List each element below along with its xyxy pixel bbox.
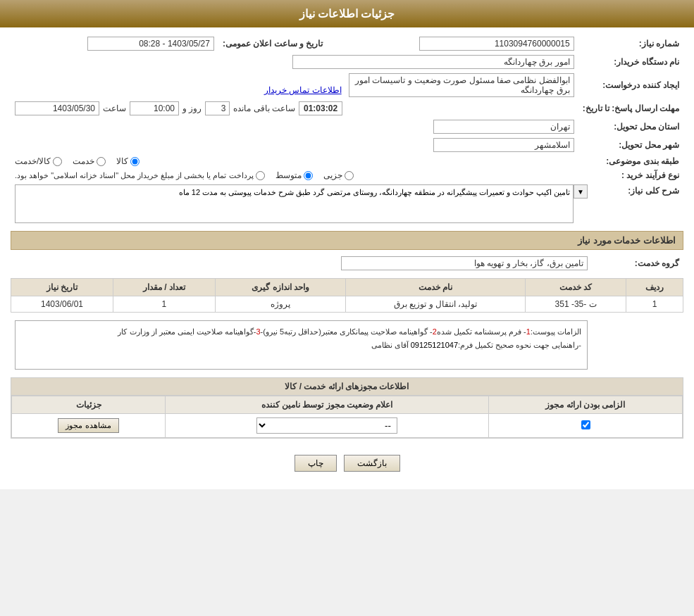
category-radio-service[interactable] — [97, 157, 106, 166]
category-label-service: خدمت — [73, 156, 94, 166]
category-label-goods-services: کالا/خدمت — [15, 156, 51, 166]
col-header-name: نام خدمت — [346, 279, 526, 296]
response-time-label: ساعت — [103, 103, 126, 113]
service-name: تولید، انتقال و توزیع برق — [346, 296, 526, 313]
purchase-type-radio-group: پرداخت تمام یا بخشی از مبلغ خریداز محل "… — [15, 170, 574, 180]
view-permit-button[interactable]: مشاهده مجوز — [58, 418, 118, 433]
permit-col-details: جزئیات — [12, 396, 166, 414]
need-number-value: 1103094760000015 — [419, 37, 574, 51]
buyer-org-value: امور برق چهاردانگه — [292, 55, 574, 69]
category-radio-goods-services[interactable] — [53, 157, 62, 166]
permit-required-checkbox[interactable] — [581, 420, 590, 429]
permit-status-cell: -- — [166, 414, 489, 438]
service-date: 1403/06/01 — [11, 296, 113, 313]
requester-contact-link[interactable]: اطلاعات تماس خریدار — [264, 85, 342, 95]
purchase-type-option-partial[interactable]: پرداخت تمام یا بخشی از مبلغ خریداز محل "… — [15, 171, 265, 180]
permit-col-status: اعلام وضعیت مجوز توسط نامین کننده — [166, 396, 489, 414]
col-header-code: کد خدمت — [526, 279, 626, 296]
service-group-table: گروه خدمت: تامین برق، گاز، بخار و تهویه … — [11, 254, 683, 272]
col-header-date: تاریخ نیاز — [11, 279, 113, 296]
response-days: 3 — [205, 101, 230, 115]
announce-datetime-value: 1403/05/27 - 08:28 — [87, 37, 214, 51]
province-value: تهران — [433, 120, 574, 134]
table-row: 1 ت -35- 351 تولید، انتقال و توزیع برق پ… — [11, 296, 683, 313]
permit-details-cell: مشاهده مجوز — [12, 414, 166, 438]
purchase-type-option-medium[interactable]: متوسط — [275, 170, 313, 180]
permits-section: اطلاعات مجوزهای ارائه خدمت / کالا الزامی… — [11, 377, 683, 439]
category-label: طبقه بندی موضوعی: — [578, 154, 683, 168]
purchase-type-label: نوع فرآیند خرید : — [578, 168, 683, 182]
permit-status-select[interactable]: -- — [256, 417, 397, 434]
service-qty: 1 — [113, 296, 216, 313]
requester-label: ایجاد کننده درخواست: — [578, 71, 683, 99]
purchase-type-label-partial: پرداخت تمام یا بخشی از مبلغ خریداز محل "… — [15, 171, 254, 180]
permits-table: الزامی بودن ارائه مجوز اعلام وضعیت مجوز … — [11, 396, 683, 438]
permits-section-title: اطلاعات مجوزهای ارائه خدمت / کالا — [11, 378, 683, 396]
buyer-org-label: نام دستگاه خریدار: — [578, 53, 683, 71]
city-value: اسلامشهر — [433, 138, 574, 152]
row-num: 1 — [626, 296, 683, 313]
col-header-row: ردیف — [626, 279, 683, 296]
province-label: استان محل تحویل: — [578, 118, 683, 136]
response-days-label: روز و — [182, 103, 202, 113]
service-unit: پروژه — [215, 296, 346, 313]
response-time: 10:00 — [130, 101, 179, 115]
header-title: جزئیات اطلاعات نیاز — [299, 8, 395, 20]
col-header-unit: واحد اندازه گیری — [215, 279, 346, 296]
purchase-type-radio-medium[interactable] — [304, 171, 313, 180]
category-label-goods: کالا — [116, 156, 128, 166]
print-button[interactable]: چاپ — [295, 455, 337, 472]
col-header-qty: تعداد / مقدار — [113, 279, 216, 296]
purchase-type-radio-partial[interactable] — [256, 171, 265, 180]
main-info-table: شماره نیاز: 1103094760000015 تاریخ و ساع… — [11, 34, 683, 182]
general-desc-textarea[interactable] — [15, 184, 574, 223]
category-option-goods[interactable]: کالا — [116, 156, 140, 166]
city-label: شهر محل تحویل: — [578, 136, 683, 154]
back-button[interactable]: بازگشت — [344, 455, 400, 472]
action-buttons-container: بازگشت چاپ — [11, 444, 683, 482]
response-timer-label: ساعت باقی مانده — [233, 103, 295, 113]
permit-col-required: الزامی بودن ارائه مجوز — [489, 396, 683, 414]
general-desc-label: شرح کلی نیاز: — [592, 182, 683, 225]
announce-datetime-label: تاریخ و ساعت اعلان عمومی: — [218, 34, 327, 53]
page-header: جزئیات اطلاعات نیاز — [0, 0, 694, 27]
purchase-type-option-minor[interactable]: جزیی — [323, 170, 354, 180]
category-radio-goods[interactable] — [130, 157, 140, 166]
desc-scroll-btn[interactable]: ▼ — [574, 184, 588, 199]
service-group-label: گروه خدمت: — [592, 254, 683, 272]
buyer-notes-label — [592, 318, 683, 372]
services-data-table: ردیف کد خدمت نام خدمت واحد اندازه گیری ت… — [11, 278, 683, 313]
response-deadline-label: مهلت ارسال پاسخ: تا تاریخ: — [578, 99, 683, 118]
response-timer: 01:03:02 — [299, 101, 342, 115]
purchase-type-label-medium: متوسط — [275, 170, 302, 180]
service-group-value: تامین برق، گاز، بخار و تهویه هوا — [341, 256, 588, 270]
service-code: ت -35- 351 — [526, 296, 626, 313]
category-radio-group: کالا/خدمت خدمت کالا — [15, 156, 574, 166]
desc-table: شرح کلی نیاز: ▼ — [11, 182, 683, 225]
buyer-notes-box: الزامات پیوست:1- فرم پرسشنامه تکمیل شده2… — [15, 320, 588, 370]
permit-required-cell — [489, 414, 683, 438]
purchase-type-radio-minor[interactable] — [345, 171, 354, 180]
purchase-type-label-minor: جزیی — [323, 170, 342, 180]
services-section-title: اطلاعات خدمات مورد نیاز — [11, 231, 683, 250]
category-option-goods-services[interactable]: کالا/خدمت — [15, 156, 62, 166]
requester-value: ابوالفضل نظامی صفا مسئول صورت وضعیت و تا… — [349, 73, 574, 97]
response-date: 1403/05/30 — [15, 101, 99, 115]
permit-row: -- مشاهده مجوز — [12, 414, 683, 438]
need-number-label: شماره نیاز: — [578, 34, 683, 53]
category-option-service[interactable]: خدمت — [73, 156, 106, 166]
buyer-notes-table: الزامات پیوست:1- فرم پرسشنامه تکمیل شده2… — [11, 318, 683, 372]
